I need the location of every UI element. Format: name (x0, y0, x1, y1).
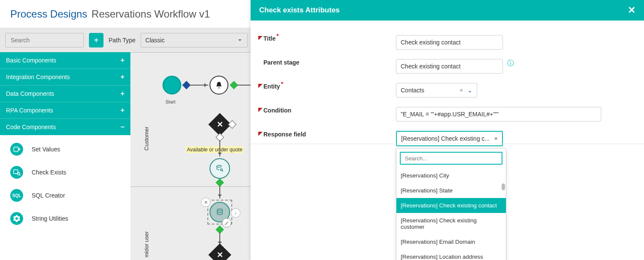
component-set-values[interactable]: Set Values (0, 138, 130, 161)
pencil-icon (225, 221, 229, 225)
attributes-panel: Check exists Attributes ✕ Title* Check e… (251, 0, 644, 260)
input-parent[interactable]: Check existing contact (396, 59, 503, 74)
flow-arrow-v (219, 186, 220, 198)
bell-icon (215, 81, 223, 89)
input-title[interactable]: Check existing contact (396, 35, 503, 50)
response-dropdown: [Reservations] City [Reservations] State… (396, 148, 506, 260)
component-sql-creator[interactable]: SQL SQL Creator (0, 184, 130, 207)
db-icon (216, 208, 224, 216)
component-string-utils[interactable]: String Utilities (0, 207, 130, 230)
gateway-label: Available or under quote (186, 146, 243, 153)
dropdown-search-input[interactable] (404, 155, 498, 162)
port-diamond[interactable] (228, 120, 236, 129)
component-list: Set Values Check Exists SQL SQL Creator … (0, 135, 130, 233)
label-response: Response field (263, 131, 396, 138)
clear-icon[interactable]: × (458, 87, 465, 94)
collapse-icon: − (121, 123, 124, 131)
search-input-wrap[interactable] (5, 33, 84, 47)
handle-edit[interactable] (222, 218, 231, 228)
db-search-icon (216, 165, 224, 172)
path-type-select[interactable]: Classic (141, 33, 248, 47)
gateway-node[interactable]: ✕ (208, 243, 231, 260)
dropdown-search[interactable] (400, 152, 502, 165)
dropdown-item[interactable]: [Reservations] Location address (396, 249, 506, 260)
dropdown-item[interactable]: [Reservations] Check existing customer (396, 213, 506, 234)
flow-arrow (189, 85, 208, 86)
panel-close-button[interactable]: ✕ (628, 6, 635, 15)
expand-icon: + (121, 106, 124, 114)
label-parent: Parent stage (263, 59, 396, 66)
add-button[interactable]: + (89, 33, 103, 47)
flow-arrow-v (219, 140, 220, 157)
dropdown-item[interactable]: [Reservations] Email Domain (396, 234, 506, 249)
check-exists-icon (10, 166, 23, 179)
sql-icon: SQL (10, 189, 23, 202)
expand-icon: + (121, 73, 124, 81)
info-icon[interactable]: ⓘ (507, 59, 514, 68)
label-entity: Entity* (263, 83, 396, 90)
panel-body: Title* Check existing contact Parent sta… (251, 21, 644, 260)
select-entity[interactable]: Contacts × ⌄ (396, 83, 477, 98)
expand-icon: + (121, 56, 124, 64)
path-type-value: Classic (145, 37, 165, 44)
components-sidebar: Basic Components+ Integration Components… (0, 52, 130, 260)
node-start[interactable] (162, 76, 181, 95)
path-type-label: Path Type (109, 37, 136, 44)
node-bell[interactable] (210, 76, 228, 95)
breadcrumb-current: Reservations Workflow v1 (92, 8, 210, 20)
gear-icon (10, 212, 23, 225)
chevron-down-icon[interactable]: ⌄ (467, 87, 473, 94)
panel-header: Check exists Attributes ✕ (251, 0, 644, 21)
close-icon: ✕ (217, 120, 223, 129)
chevron-down-icon (237, 37, 243, 43)
input-condition[interactable]: "E_MAIL = '"+#app.USR_EMAIL#+"'" (396, 107, 601, 121)
sidebar-cat-code[interactable]: Code Components− (0, 118, 130, 135)
lane-label-user: midor user (143, 231, 150, 257)
scrollbar-thumb[interactable] (502, 183, 505, 190)
expand-icon: + (121, 90, 124, 98)
select-response-field[interactable]: [Reservations] Check existing c... × [Re… (396, 131, 503, 146)
label-condition: Condition (263, 107, 396, 114)
dropdown-list: [Reservations] City [Reservations] State… (396, 168, 506, 260)
svg-rect-2 (14, 147, 18, 152)
breadcrumb-root[interactable]: Process Designs (10, 8, 87, 20)
node-start-label: Start (165, 99, 175, 104)
sidebar-cat-integration[interactable]: Integration Components+ (0, 68, 130, 85)
dropdown-item-selected[interactable]: [Reservations] Check existing contact (396, 198, 506, 213)
node-task-check[interactable] (210, 158, 230, 179)
svg-point-8 (217, 165, 222, 168)
clear-icon[interactable]: × (494, 135, 498, 142)
label-title: Title* (263, 35, 396, 42)
sidebar-cat-basic[interactable]: Basic Components+ (0, 52, 130, 68)
svg-line-7 (20, 174, 21, 175)
svg-point-11 (217, 209, 222, 211)
lane-label-customer: Customer (143, 127, 150, 151)
sidebar-cat-rpa[interactable]: RPA Components+ (0, 102, 130, 118)
set-values-icon (10, 143, 23, 156)
panel-title: Check exists Attributes (259, 6, 340, 15)
dropdown-item[interactable]: [Reservations] City (396, 168, 506, 183)
close-icon: ✕ (217, 250, 223, 260)
svg-line-10 (222, 171, 223, 171)
search-input[interactable] (10, 36, 86, 44)
component-check-exists[interactable]: Check Exists (0, 161, 130, 184)
handle-next[interactable]: › (231, 208, 240, 218)
dropdown-item[interactable]: [Reservations] State (396, 183, 506, 198)
sidebar-cat-data[interactable]: Data Components+ (0, 85, 130, 102)
handle-delete[interactable]: ✕ (201, 198, 210, 207)
